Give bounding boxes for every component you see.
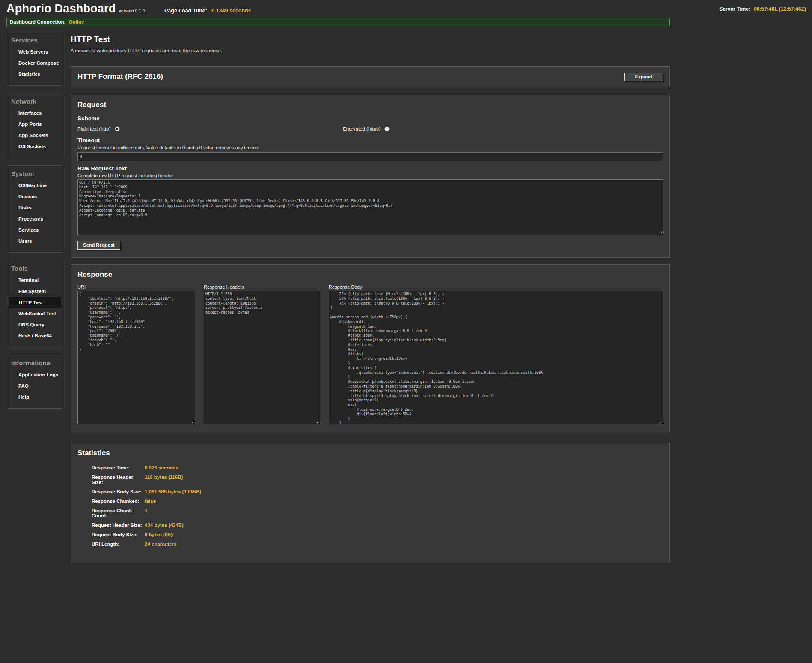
- send-request-button[interactable]: Send Request: [77, 241, 120, 250]
- timeout-description: Request timeout in milliseconds. Value d…: [77, 145, 663, 150]
- sidebar-item-users[interactable]: Users: [8, 236, 62, 247]
- scheme-option-http: Plain text (http): [77, 126, 342, 131]
- stat-label: URI Length:: [92, 541, 145, 547]
- stat-label: Response Header Size:: [92, 475, 145, 485]
- http-format-panel: HTTP Format (RFC 2616) Expand: [71, 66, 670, 87]
- raw-request-textarea[interactable]: GET / HTTP/1.1 Host: 192.168.1.3:2000 Co…: [77, 179, 663, 235]
- page-load-time: Page Load Time: 0.1349 seconds: [164, 8, 251, 14]
- sidebar-item-services[interactable]: Services: [8, 224, 62, 236]
- http-format-title: HTTP Format (RFC 2616): [77, 72, 163, 81]
- response-title: Response: [77, 270, 663, 279]
- request-title: Request: [77, 101, 663, 109]
- timeout-heading: Timeout: [77, 137, 663, 143]
- sidebar-item-disks[interactable]: Disks: [8, 202, 62, 213]
- response-headers-textarea[interactable]: HTTP/1.1 200 content-type: text/html con…: [204, 291, 320, 424]
- connection-status: Online: [69, 19, 84, 24]
- sidebar-item-websocket-test[interactable]: WebSocket Test: [8, 308, 62, 319]
- sidebar-item-http-test[interactable]: HTTP Test: [9, 297, 61, 308]
- stat-label: Response Time:: [92, 465, 145, 470]
- raw-request-description: Complete raw HTTP request including head…: [77, 173, 663, 178]
- sidebar-item-faq[interactable]: FAQ: [8, 380, 62, 391]
- server-time-label: Server Time:: [719, 6, 750, 12]
- scheme-http-label: Plain text (http): [77, 126, 110, 131]
- sidebar-section-services: Services Web Servers Docker Compose Stat…: [8, 32, 62, 86]
- expand-button[interactable]: Expand: [624, 73, 663, 81]
- sidebar-heading-informational: Informational: [8, 359, 62, 369]
- statistics-panel: Statistics Response Time: 0.026 seconds …: [71, 443, 670, 563]
- response-body-column: Response Body 25% {clip-path: inset(0 ca…: [329, 284, 663, 424]
- stat-label: Response Chunked:: [92, 499, 145, 504]
- sidebar-item-dns-query[interactable]: DNS Query: [8, 319, 62, 330]
- page-title: HTTP Test: [71, 35, 670, 44]
- sidebar-list-system: OS/Machine Devices Disks Processes Servi…: [8, 180, 62, 247]
- sidebar-item-web-servers[interactable]: Web Servers: [8, 46, 62, 57]
- response-panel: Response URI { "absolute": "http://192.1…: [71, 264, 670, 432]
- sidebar-item-app-ports[interactable]: App Ports: [8, 119, 62, 130]
- sidebar-item-application-logs[interactable]: Application Logs: [8, 369, 62, 380]
- stat-value: 1: [145, 508, 147, 518]
- sidebar-item-file-system[interactable]: File System: [8, 286, 62, 297]
- stat-value: 1,061,585 bytes (1.0MiB): [145, 489, 201, 494]
- uri-label: URI: [77, 284, 195, 290]
- response-body-label: Response Body: [329, 284, 663, 290]
- sidebar-list-tools: Terminal File System HTTP Test WebSocket…: [8, 275, 62, 341]
- stat-row-request-body-size: Request Body Size: 0 bytes (0B): [92, 532, 663, 537]
- stat-row-response-chunk-count: Response Chunk Count: 1: [92, 508, 663, 518]
- sidebar-item-hash-base64[interactable]: Hash / Base64: [8, 330, 62, 341]
- statistics-title: Statistics: [77, 449, 663, 457]
- scheme-option-https: Encrypted (https): [343, 126, 390, 131]
- scheme-https-label: Encrypted (https): [343, 126, 381, 131]
- stat-value: 0.026 seconds: [145, 465, 178, 470]
- sidebar-item-docker-compose[interactable]: Docker Compose: [8, 57, 62, 69]
- stat-value: 116 bytes (116B): [145, 475, 183, 485]
- stat-row-response-time: Response Time: 0.026 seconds: [92, 465, 663, 470]
- sidebar-item-os-machine[interactable]: OS/Machine: [8, 180, 62, 191]
- stat-label: Response Chunk Count:: [92, 508, 145, 518]
- sidebar-item-statistics[interactable]: Statistics: [8, 69, 62, 80]
- response-body-textarea[interactable]: 25% {clip-path: inset(0 calc(100% - 1px)…: [329, 291, 663, 424]
- statistics-rows: Response Time: 0.026 seconds Response He…: [92, 465, 663, 547]
- sidebar-list-network: Interfaces App Ports App Sockets OS Sock…: [8, 108, 62, 152]
- stat-label: Request Header Size:: [92, 523, 145, 528]
- sidebar-item-processes[interactable]: Processes: [8, 213, 62, 224]
- connection-label: Dashboard Connection:: [10, 19, 65, 24]
- stat-row-request-header-size: Request Header Size: 434 bytes (434B): [92, 523, 663, 528]
- scheme-https-radio[interactable]: [384, 126, 390, 131]
- response-uri-column: URI { "absolute": "http://192.168.1.3:20…: [77, 284, 195, 424]
- page-load-time-value: 0.1349 seconds: [211, 8, 251, 14]
- sidebar-list-services: Web Servers Docker Compose Statistics: [8, 46, 62, 80]
- sidebar-section-tools: Tools Terminal File System HTTP Test Web…: [8, 260, 62, 347]
- request-panel: Request Scheme Plain text (http) Encrypt…: [71, 95, 670, 258]
- page-subtitle: A means to write arbitrary HTTP requests…: [71, 48, 670, 53]
- top-bar: Aphorio Dashboard version 0.1.0 Page Loa…: [0, 0, 812, 16]
- stat-row-response-chunked: Response Chunked: false: [92, 499, 663, 504]
- sidebar-heading-network: Network: [8, 97, 62, 108]
- sidebar-item-devices[interactable]: Devices: [8, 191, 62, 202]
- scheme-http-radio[interactable]: [115, 126, 120, 131]
- sidebar-section-network: Network Interfaces App Ports App Sockets…: [8, 93, 62, 158]
- stat-value: 434 bytes (434B): [145, 523, 184, 528]
- sidebar-heading-services: Services: [8, 36, 62, 46]
- timeout-input[interactable]: [77, 152, 663, 161]
- server-time-value: 06:57:46L (12:57:46Z): [754, 6, 806, 12]
- sidebar-item-interfaces[interactable]: Interfaces: [8, 108, 62, 119]
- response-headers-label: Response Headers: [204, 284, 320, 290]
- stat-label: Request Body Size:: [92, 532, 145, 537]
- stat-value: false: [145, 499, 156, 504]
- sidebar-item-app-sockets[interactable]: App Sockets: [8, 130, 62, 141]
- dashboard-connection-bar: Dashboard Connection: Online: [6, 18, 670, 26]
- raw-request-heading: Raw Request Text: [77, 165, 663, 172]
- sidebar-heading-system: System: [8, 170, 62, 180]
- stat-value: 24 characters: [145, 541, 176, 547]
- sidebar-item-os-sockets[interactable]: OS Sockets: [8, 141, 62, 152]
- response-headers-column: Response Headers HTTP/1.1 200 content-ty…: [204, 284, 320, 424]
- uri-textarea[interactable]: { "absolute": "http://192.168.1.3:2000/"…: [77, 291, 195, 424]
- scheme-heading: Scheme: [77, 115, 663, 122]
- stat-row-uri-length: URI Length: 24 characters: [92, 541, 663, 547]
- page-layout: Services Web Servers Docker Compose Stat…: [0, 26, 812, 576]
- sidebar-section-informational: Informational Application Logs FAQ Help: [8, 355, 62, 409]
- app-version: version 0.1.0: [119, 9, 145, 13]
- sidebar-section-system: System OS/Machine Devices Disks Processe…: [8, 165, 62, 253]
- sidebar-item-help[interactable]: Help: [8, 391, 62, 403]
- sidebar-item-terminal[interactable]: Terminal: [8, 275, 62, 286]
